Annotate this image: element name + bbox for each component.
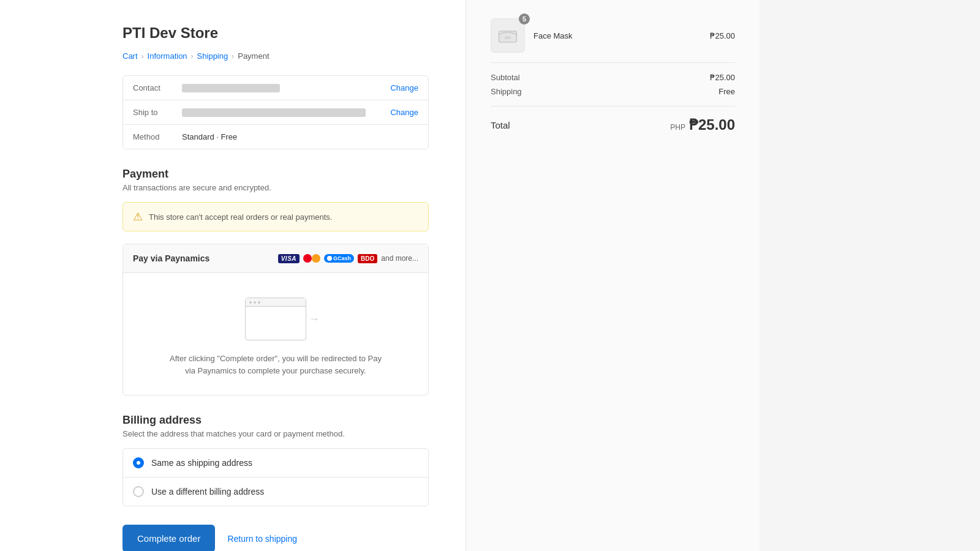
total-currency: PHP (670, 123, 685, 132)
payment-description: After clicking "Complete order", you wil… (165, 353, 386, 377)
subtotal-label: Subtotal (491, 73, 520, 82)
billing-title: Billing address (123, 414, 429, 427)
billing-same-label: Same as shipping address (151, 458, 252, 468)
visa-logo: VISA (278, 254, 300, 263)
radio-same[interactable] (133, 457, 144, 468)
payment-logos: VISA GCash BDO and more... (278, 253, 418, 264)
billing-option-different[interactable]: Use a different billing address (123, 478, 428, 506)
contact-change-link[interactable]: Change (390, 83, 418, 92)
payment-title: Payment (123, 168, 429, 181)
warning-box: ⚠ This store can't accept real orders or… (123, 202, 429, 231)
bdo-logo: BDO (358, 254, 377, 263)
breadcrumb-shipping[interactable]: Shipping (197, 51, 228, 61)
subtotal-value: ₱25.00 (710, 73, 735, 82)
sidebar-divider-2 (491, 106, 735, 107)
redirect-arrow: → (309, 313, 320, 326)
shipping-value: Free (718, 87, 735, 96)
shipping-label: Shipping (491, 87, 522, 96)
product-name: Face Mask (533, 31, 701, 40)
billing-section: Billing address Select the address that … (123, 414, 429, 506)
browser-window (245, 298, 306, 340)
payment-box: Pay via Paynamics VISA GCash BDO and mor… (123, 244, 429, 395)
total-price-wrap: PHP ₱25.00 (670, 116, 735, 133)
product-row: 5 Face Mask ₱25.00 (491, 18, 735, 53)
breadcrumb-information[interactable]: Information (148, 51, 187, 61)
return-to-shipping-link[interactable]: Return to shipping (227, 534, 297, 544)
product-price: ₱25.00 (710, 31, 735, 40)
shipto-placeholder (182, 108, 366, 117)
payment-subtitle: All transactions are secure and encrypte… (123, 183, 429, 192)
billing-different-label: Use a different billing address (151, 487, 264, 497)
total-label: Total (491, 120, 510, 130)
mastercard-logo (303, 253, 320, 264)
gcash-logo: GCash (324, 254, 354, 263)
sidebar: 5 Face Mask ₱25.00 Subtotal ₱25.00 Shipp… (466, 0, 760, 551)
summary-shipping-row: Shipping Free (491, 87, 735, 96)
total-amount: ₱25.00 (689, 116, 735, 133)
breadcrumb: Cart › Information › Shipping › Payment (123, 51, 429, 61)
payment-header: Pay via Paynamics VISA GCash BDO and mor… (123, 244, 428, 273)
method-label: Method (133, 132, 182, 141)
warning-icon: ⚠ (133, 210, 143, 223)
product-thumbnail (497, 24, 519, 47)
browser-dot-1 (249, 301, 252, 304)
radio-different[interactable] (133, 486, 144, 497)
store-title: PTI Dev Store (123, 24, 429, 42)
logos-more: and more... (381, 254, 418, 263)
shipto-value (182, 108, 390, 117)
product-image-wrap: 5 (491, 18, 525, 53)
payment-provider: Pay via Paynamics (133, 253, 209, 263)
contact-value (182, 84, 390, 92)
billing-option-same[interactable]: Same as shipping address (123, 449, 428, 478)
info-table: Contact Change Ship to Change Method Sta… (123, 75, 429, 149)
contact-label: Contact (133, 83, 182, 92)
browser-bar (246, 298, 306, 307)
actions-bar: Complete order Return to shipping (123, 525, 429, 551)
breadcrumb-sep-2: › (191, 52, 194, 61)
breadcrumb-cart[interactable]: Cart (123, 51, 138, 61)
summary-subtotal-row: Subtotal ₱25.00 (491, 73, 735, 82)
browser-dot-3 (258, 301, 260, 304)
complete-order-button[interactable]: Complete order (123, 525, 215, 551)
payment-body: → After clicking "Complete order", you w… (123, 273, 428, 395)
shipto-change-link[interactable]: Change (390, 108, 418, 117)
method-value: Standard · Free (182, 132, 418, 141)
svg-rect-1 (505, 37, 511, 39)
info-row-contact: Contact Change (123, 76, 428, 100)
browser-redirect-icon: → (245, 298, 306, 340)
breadcrumb-sep-3: › (232, 52, 234, 61)
sidebar-divider-1 (491, 62, 735, 63)
product-image (491, 18, 525, 53)
contact-placeholder (182, 84, 280, 92)
payment-section: Payment All transactions are secure and … (123, 168, 429, 395)
info-row-shipto: Ship to Change (123, 100, 428, 125)
product-badge: 5 (519, 13, 530, 24)
shipto-label: Ship to (133, 108, 182, 117)
breadcrumb-payment: Payment (238, 51, 269, 61)
browser-dot-2 (254, 301, 256, 304)
billing-options: Same as shipping address Use a different… (123, 448, 429, 506)
billing-subtitle: Select the address that matches your car… (123, 429, 429, 438)
total-row: Total PHP ₱25.00 (491, 116, 735, 133)
warning-text: This store can't accept real orders or r… (149, 212, 332, 222)
info-row-method: Method Standard · Free (123, 125, 428, 149)
breadcrumb-sep-1: › (141, 52, 144, 61)
